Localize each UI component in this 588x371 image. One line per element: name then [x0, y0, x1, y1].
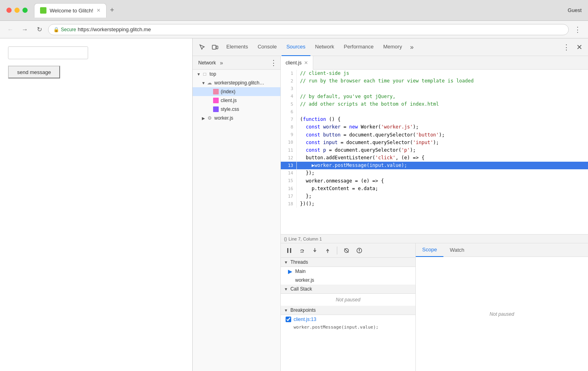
tab-console[interactable]: Console	[253, 38, 282, 56]
threads-section-header[interactable]: ▼ Threads	[281, 258, 415, 267]
tab-title: Welcome to Glitch!	[50, 8, 93, 14]
code-line-11: 11 const p = document.querySelector('p')…	[281, 146, 588, 154]
code-editor[interactable]: 1 // client-side js 2 // run by the brow…	[281, 70, 588, 234]
forward-button[interactable]: →	[19, 24, 30, 35]
more-tabs-button[interactable]: »	[407, 44, 417, 51]
scope-tab-scope[interactable]: Scope	[416, 243, 443, 257]
scope-tab-watch[interactable]: Watch	[443, 243, 471, 257]
tree-spacer-icon	[207, 90, 213, 94]
step-over-button[interactable]	[297, 245, 307, 256]
code-line-1: 1 // client-side js	[281, 70, 588, 77]
thread-workerjs-label: worker.js	[295, 277, 314, 283]
threads-label: Threads	[290, 259, 308, 265]
code-lines: 1 // client-side js 2 // run by the brow…	[281, 70, 588, 208]
pause-on-exceptions-button[interactable]	[354, 245, 364, 256]
tab-close-button[interactable]: ✕	[97, 8, 101, 13]
html-file-icon	[213, 88, 219, 95]
tree-label-domain: workerstepping.glitch…	[214, 80, 264, 86]
tab-elements[interactable]: Elements	[222, 38, 253, 56]
devtools-inspect-icon[interactable]	[196, 41, 209, 54]
close-traffic-light[interactable]	[6, 8, 12, 13]
tree-item-index[interactable]: (index)	[193, 87, 280, 96]
deactivate-breakpoints-button[interactable]	[341, 245, 352, 256]
line-num-10: 10	[281, 139, 297, 146]
line-num-5: 5	[281, 100, 297, 108]
minimize-traffic-light[interactable]	[14, 8, 20, 13]
code-line-10: 10 const input = document.querySelector(…	[281, 139, 588, 146]
devtools-header: Elements Console Sources Network Perform…	[193, 38, 588, 56]
tree-item-domain[interactable]: ▼ ☁ workerstepping.glitch…	[193, 78, 280, 87]
pause-resume-button[interactable]	[284, 245, 294, 256]
breakpoint-checkbox-1[interactable]	[286, 317, 291, 322]
thread-main[interactable]: ▶ Main	[281, 267, 415, 276]
line-content-13: ▶worker.postMessage(input.value);	[297, 162, 588, 169]
breakpoints-label: Breakpoints	[290, 307, 316, 313]
step-into-button[interactable]	[310, 245, 320, 256]
line-content-16: p.textContent = e.data;	[297, 185, 588, 193]
line-num-16: 16	[281, 185, 297, 193]
line-content-8: const worker = new Worker('worker.js');	[297, 123, 588, 131]
code-tab-clientjs[interactable]: client.js ✕	[281, 56, 313, 70]
maximize-traffic-light[interactable]	[22, 8, 28, 13]
line-num-13: 13	[281, 162, 297, 169]
status-left: {} Line 7, Column 1	[284, 237, 322, 241]
line-content-2: // run by the browser each time your vie…	[297, 77, 588, 85]
address-bar[interactable]: 🔒 Secure https://workerstepping.glitch.m…	[48, 24, 569, 35]
code-line-7: 7 (function () {	[281, 116, 588, 123]
sources-left-header: Network » ⋮	[193, 56, 280, 70]
tree-label-stylecss: style.css	[221, 106, 239, 112]
call-stack-section-header[interactable]: ▼ Call Stack	[281, 285, 415, 294]
browser-tab-active[interactable]: Welcome to Glitch! ✕	[34, 3, 107, 18]
tree-label-index: (index)	[221, 89, 236, 94]
thread-active-icon: ▶	[287, 269, 293, 274]
line-content-4: // by default, you've got jQuery,	[297, 93, 588, 100]
guest-label: Guest	[568, 7, 582, 13]
devtools-close-button[interactable]: ✕	[574, 42, 585, 53]
devtools-body: Network » ⋮ ▼ □ top ▼	[193, 56, 588, 371]
code-tab-close-icon[interactable]: ✕	[304, 60, 308, 66]
sources-kebab-button[interactable]: ⋮	[270, 58, 277, 67]
devtools-device-icon[interactable]	[209, 41, 222, 54]
tab-performance[interactable]: Performance	[339, 38, 378, 56]
tab-network[interactable]: Network	[310, 38, 339, 56]
tree-item-clientjs[interactable]: client.js	[193, 96, 280, 105]
svg-rect-0	[212, 45, 216, 49]
debugger-right-panel: Scope Watch Not paused	[416, 243, 588, 371]
breakpoints-section-header[interactable]: ▼ Breakpoints	[281, 306, 415, 315]
breakpoint-item-1: client.js:13 worker.postMessage(input.va…	[281, 315, 415, 331]
css-file-icon	[213, 106, 219, 112]
sources-left-panel: Network » ⋮ ▼ □ top ▼	[193, 56, 281, 371]
tab-sources[interactable]: Sources	[282, 38, 310, 56]
code-line-9: 9 const button = document.querySelector(…	[281, 131, 588, 139]
nav-more-button[interactable]: ⋮	[572, 24, 583, 35]
sources-network-tab[interactable]: Network	[196, 60, 218, 66]
reload-button[interactable]: ↻	[34, 24, 45, 35]
new-tab-button[interactable]: +	[107, 5, 118, 16]
thread-workerjs[interactable]: worker.js	[281, 276, 415, 285]
back-button[interactable]: ←	[5, 24, 16, 35]
secure-icon: 🔒	[53, 27, 59, 32]
svg-point-11	[359, 251, 360, 252]
sources-more-button[interactable]: »	[220, 60, 223, 66]
message-input[interactable]	[8, 46, 88, 59]
step-out-button[interactable]	[322, 245, 333, 256]
breakpoint-line1: client.js:13	[286, 317, 316, 322]
line-content-3	[297, 85, 588, 92]
devtools-settings-button[interactable]: ⋮	[561, 42, 572, 53]
code-line-4: 4 // by default, you've got jQuery,	[281, 93, 588, 100]
secure-label: Secure	[61, 27, 76, 32]
breakpoint-file-1: client.js:13	[294, 317, 316, 322]
tree-item-workerjs[interactable]: ▶ ⚙ worker.js	[193, 114, 280, 122]
send-message-button[interactable]: send message	[8, 66, 60, 78]
line-num-12: 12	[281, 154, 297, 162]
tree-item-stylecss[interactable]: style.css	[193, 105, 280, 114]
line-num-7: 7	[281, 116, 297, 123]
call-stack-arrow-icon: ▼	[284, 287, 288, 291]
tree-item-top[interactable]: ▼ □ top	[193, 70, 280, 78]
line-num-6: 6	[281, 108, 297, 116]
tab-memory[interactable]: Memory	[379, 38, 407, 56]
line-num-17: 17	[281, 193, 297, 200]
js-file-icon	[213, 97, 219, 104]
debugger-toolbar	[281, 243, 415, 258]
main-content: send message Elements Console	[0, 38, 588, 371]
